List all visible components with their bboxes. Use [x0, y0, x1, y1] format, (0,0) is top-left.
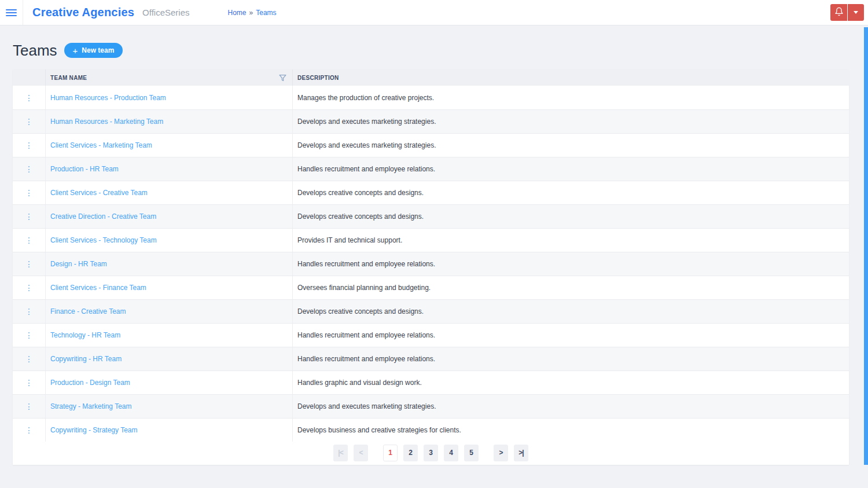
- team-description: Handles recruitment and employee relatio…: [297, 165, 435, 173]
- team-name-link[interactable]: Strategy - Marketing Team: [50, 402, 132, 410]
- row-kebab-menu-icon[interactable]: ⋮: [20, 234, 38, 247]
- row-kebab-menu-icon[interactable]: ⋮: [20, 329, 38, 342]
- row-kebab-menu-icon[interactable]: ⋮: [20, 115, 38, 128]
- table-row[interactable]: ⋮ Strategy - Marketing Team Develops and…: [13, 394, 849, 418]
- table-row[interactable]: ⋮ Client Services - Marketing Team Devel…: [13, 133, 849, 157]
- team-description: Provides IT and technical support.: [297, 236, 402, 244]
- team-name-link[interactable]: Human Resources - Production Team: [50, 94, 166, 102]
- team-description: Develops business and creative strategie…: [297, 426, 461, 434]
- page-title: Teams: [13, 42, 57, 60]
- pagination-next-button[interactable]: >: [494, 445, 508, 461]
- bell-icon: [834, 7, 844, 18]
- table-row[interactable]: ⋮ Production - Design Team Handles graph…: [13, 370, 849, 394]
- pagination-prev-button[interactable]: <: [354, 445, 368, 461]
- filter-icon[interactable]: [279, 74, 286, 82]
- pagination-first-button[interactable]: |<: [333, 445, 348, 461]
- row-kebab-menu-icon[interactable]: ⋮: [20, 400, 38, 413]
- actions-column-header: [13, 69, 46, 86]
- team-description: Manages the production of creative proje…: [297, 94, 434, 102]
- main-content: Teams + New team TEAM NAME DESCRIPTION ⋮…: [0, 41, 868, 465]
- table-row[interactable]: ⋮ Client Services - Finance Team Oversee…: [13, 276, 849, 299]
- team-description: Oversees financial planning and budgetin…: [297, 284, 431, 292]
- table-row[interactable]: ⋮ Creative Direction - Creative Team Dev…: [13, 204, 849, 228]
- plus-icon: +: [73, 46, 78, 55]
- pagination-page-button-5[interactable]: 5: [464, 445, 479, 461]
- row-kebab-menu-icon[interactable]: ⋮: [20, 91, 38, 104]
- pagination-page-button-3[interactable]: 3: [424, 445, 438, 461]
- team-name-link[interactable]: Design - HR Team: [50, 260, 107, 268]
- row-kebab-menu-icon[interactable]: ⋮: [20, 424, 38, 436]
- new-team-button-label: New team: [82, 46, 114, 54]
- pagination-page-button-2[interactable]: 2: [403, 445, 418, 461]
- team-name-column-header[interactable]: TEAM NAME: [46, 69, 293, 86]
- team-name-link[interactable]: Copywriting - Strategy Team: [50, 426, 138, 434]
- product-name: OfficeSeries: [142, 8, 189, 17]
- team-name-link[interactable]: Production - Design Team: [50, 379, 130, 387]
- row-kebab-menu-icon[interactable]: ⋮: [20, 305, 38, 318]
- notifications-button[interactable]: [830, 4, 847, 21]
- pagination-page-button-1[interactable]: 1: [383, 445, 398, 461]
- row-kebab-menu-icon[interactable]: ⋮: [20, 186, 38, 199]
- breadcrumb-home-link[interactable]: Home: [228, 9, 247, 17]
- team-name-link[interactable]: Client Services - Marketing Team: [50, 141, 152, 149]
- table-row[interactable]: ⋮ Copywriting - Strategy Team Develops b…: [13, 418, 849, 442]
- team-name-link[interactable]: Human Resources - Marketing Team: [50, 118, 163, 126]
- team-name-link[interactable]: Client Services - Creative Team: [50, 189, 148, 197]
- pagination: |< < 12345 > >|: [13, 442, 849, 465]
- breadcrumb-separator: »: [249, 9, 253, 17]
- team-name-link[interactable]: Client Services - Technology Team: [50, 236, 157, 244]
- row-kebab-menu-icon[interactable]: ⋮: [20, 353, 38, 365]
- table-row[interactable]: ⋮ Copywriting - HR Team Handles recruitm…: [13, 347, 849, 370]
- team-description: Handles recruitment and employee relatio…: [297, 331, 435, 339]
- team-name-link[interactable]: Production - HR Team: [50, 165, 119, 173]
- table-row[interactable]: ⋮ Client Services - Creative Team Develo…: [13, 181, 849, 204]
- team-description: Develops and executes marketing strategi…: [297, 402, 436, 410]
- scrollbar-thumb[interactable]: [864, 27, 868, 465]
- team-description: Handles graphic and visual design work.: [297, 379, 422, 387]
- row-kebab-menu-icon[interactable]: ⋮: [20, 376, 38, 389]
- menu-hamburger-icon[interactable]: [0, 0, 23, 25]
- top-bar: Creative Agencies OfficeSeries Home » Te…: [0, 0, 868, 25]
- table-row[interactable]: ⋮ Human Resources - Production Team Mana…: [13, 86, 849, 109]
- account-dropdown-button[interactable]: [848, 4, 864, 21]
- new-team-button[interactable]: + New team: [64, 43, 123, 58]
- row-kebab-menu-icon[interactable]: ⋮: [20, 210, 38, 223]
- brand-title: Creative Agencies: [32, 6, 134, 19]
- description-column-header[interactable]: DESCRIPTION: [293, 69, 849, 86]
- table-row[interactable]: ⋮ Production - HR Team Handles recruitme…: [13, 157, 849, 181]
- team-description: Develops and executes marketing strategi…: [297, 118, 436, 126]
- table-row[interactable]: ⋮ Finance - Creative Team Develops creat…: [13, 299, 849, 323]
- table-row[interactable]: ⋮ Technology - HR Team Handles recruitme…: [13, 323, 849, 347]
- team-description: Handles recruitment and employee relatio…: [297, 260, 435, 268]
- team-description: Develops and executes marketing strategi…: [297, 141, 436, 149]
- breadcrumb-current[interactable]: Teams: [256, 9, 276, 17]
- row-kebab-menu-icon[interactable]: ⋮: [20, 281, 38, 294]
- team-name-link[interactable]: Technology - HR Team: [50, 331, 120, 339]
- team-name-link[interactable]: Creative Direction - Creative Team: [50, 212, 156, 221]
- row-kebab-menu-icon[interactable]: ⋮: [20, 139, 38, 152]
- team-name-link[interactable]: Copywriting - HR Team: [50, 355, 122, 363]
- pagination-page-button-4[interactable]: 4: [444, 445, 458, 461]
- team-name-link[interactable]: Client Services - Finance Team: [50, 284, 146, 292]
- table-row[interactable]: ⋮ Human Resources - Marketing Team Devel…: [13, 109, 849, 133]
- table-row[interactable]: ⋮ Client Services - Technology Team Prov…: [13, 228, 849, 252]
- chevron-down-icon: [854, 11, 858, 14]
- table-row[interactable]: ⋮ Design - HR Team Handles recruitment a…: [13, 252, 849, 276]
- row-kebab-menu-icon[interactable]: ⋮: [20, 258, 38, 270]
- table-body: ⋮ Human Resources - Production Team Mana…: [13, 86, 849, 442]
- pagination-last-button[interactable]: >|: [514, 445, 528, 461]
- team-description: Develops creative concepts and designs.: [297, 307, 424, 315]
- breadcrumb: Home » Teams: [228, 9, 277, 17]
- team-name-link[interactable]: Finance - Creative Team: [50, 307, 126, 315]
- scrollbar-track[interactable]: [864, 26, 868, 488]
- team-description: Develops creative concepts and designs.: [297, 189, 424, 197]
- teams-table-card: TEAM NAME DESCRIPTION ⋮ Human Resources …: [13, 69, 849, 465]
- row-kebab-menu-icon[interactable]: ⋮: [20, 163, 38, 175]
- team-description: Handles recruitment and employee relatio…: [297, 355, 435, 363]
- team-description: Develops creative concepts and designs.: [297, 212, 424, 221]
- table-header-row: TEAM NAME DESCRIPTION: [13, 69, 849, 86]
